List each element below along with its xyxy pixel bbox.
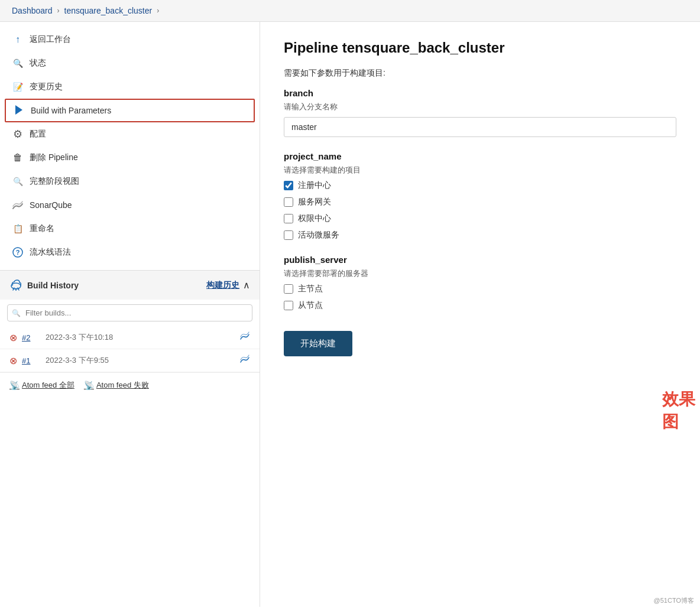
build-item[interactable]: ⊗ #1 2022-3-3 下午9:55 — [0, 349, 260, 372]
server-checkbox-item-1[interactable]: 从节点 — [284, 300, 676, 311]
checkbox-0[interactable] — [284, 181, 293, 190]
branch-hint: 请输入分支名称 — [284, 102, 676, 112]
dashboard-link[interactable]: Dashboard — [12, 6, 53, 15]
project-checkbox-group: 注册中心 服务网关 权限中心 活动微服务 — [284, 180, 676, 240]
atom-icon — [9, 381, 20, 390]
sidebar-item-rename[interactable]: 重命名 — [0, 217, 260, 240]
watermark: 效果图 — [662, 388, 700, 433]
search2-icon — [12, 176, 24, 187]
sidebar-item-build[interactable]: Build with Parameters — [5, 99, 255, 122]
arrow-up-icon — [12, 34, 24, 46]
checkbox-1[interactable] — [284, 197, 293, 207]
checkbox-3[interactable] — [284, 230, 293, 240]
edit-icon — [12, 81, 24, 93]
checkbox-item-3[interactable]: 活动微服务 — [284, 230, 676, 240]
trash-icon — [12, 152, 24, 164]
project-link[interactable]: tensquare_back_cluster — [64, 6, 153, 15]
sidebar-item-delete[interactable]: 删除 Pipeline — [0, 146, 260, 170]
description-text: 需要如下参数用于构建项目: — [284, 68, 676, 79]
gear-icon — [12, 128, 24, 140]
atom-all-link[interactable]: Atom feed 全部 — [9, 380, 74, 391]
branch-label: branch — [284, 88, 676, 98]
copyright-text: @51CTO博客 — [654, 596, 694, 605]
play-icon — [13, 105, 25, 116]
wave-icon — [239, 354, 250, 367]
publish-server-label: publish_server — [284, 255, 676, 265]
sidebar-item-stages[interactable]: 完整阶段视图 — [0, 170, 260, 193]
build-filter-wrap — [7, 304, 252, 321]
chevron-icon: ∧ — [243, 280, 250, 291]
sidebar: 返回工作台 状态 变更历史 Build with Parameters 配置 删… — [0, 22, 260, 607]
build-history-header: Build History 构建历史 ∧ — [0, 271, 260, 300]
build-history-cn-link[interactable]: 构建历史 ∧ — [206, 280, 250, 291]
branch-input[interactable] — [284, 117, 676, 137]
publish-server-hint: 请选择需要部署的服务器 — [284, 268, 676, 279]
main-content: Pipeline tensquare_back_cluster 需要如下参数用于… — [260, 22, 700, 607]
checkbox-item-2[interactable]: 权限中心 — [284, 213, 676, 224]
checkbox-2[interactable] — [284, 214, 293, 223]
sidebar-item-history[interactable]: 变更历史 — [0, 75, 260, 99]
branch-section: branch 请输入分支名称 — [284, 88, 676, 137]
help-icon: ? — [12, 246, 24, 258]
build-history-section: Build History 构建历史 ∧ ⊗ #2 2022-3-3 下午10:… — [0, 270, 260, 398]
page-title: Pipeline tensquare_back_cluster — [284, 40, 676, 56]
sidebar-item-status[interactable]: 状态 — [0, 51, 260, 75]
sonar-icon — [12, 199, 24, 211]
server-checkbox-0[interactable] — [284, 284, 293, 294]
cloud-icon — [9, 278, 22, 292]
breadcrumb-sep-1: › — [57, 6, 60, 15]
atom-icon-2 — [84, 381, 94, 390]
checkbox-item-0[interactable]: 注册中心 — [284, 180, 676, 191]
sidebar-item-syntax[interactable]: ? 流水线语法 — [0, 240, 260, 264]
search-icon — [12, 57, 24, 69]
checkbox-item-1[interactable]: 服务网关 — [284, 197, 676, 207]
build-filter-container — [7, 304, 252, 321]
atom-footer: Atom feed 全部 Atom feed 失败 — [0, 372, 260, 398]
sidebar-item-sonar[interactable]: SonarQube — [0, 193, 260, 217]
svg-text:?: ? — [16, 249, 20, 256]
server-checkbox-item-0[interactable]: 主节点 — [284, 284, 676, 294]
rename-icon — [12, 223, 24, 235]
breadcrumb: Dashboard › tensquare_back_cluster › — [0, 0, 700, 22]
project-name-label: project_name — [284, 151, 676, 161]
build-filter-input[interactable] — [7, 304, 252, 321]
submit-button[interactable]: 开始构建 — [284, 331, 352, 356]
error-icon: ⊗ — [9, 355, 17, 366]
server-checkbox-group: 主节点 从节点 — [284, 284, 676, 311]
project-name-section: project_name 请选择需要构建的项目 注册中心 服务网关 权限中心 活 — [284, 151, 676, 240]
atom-fail-link[interactable]: Atom feed 失败 — [84, 380, 149, 391]
sidebar-item-back[interactable]: 返回工作台 — [0, 28, 260, 51]
build-item[interactable]: ⊗ #2 2022-3-3 下午10:18 — [0, 326, 260, 349]
sidebar-item-config[interactable]: 配置 — [0, 122, 260, 146]
build-list: ⊗ #2 2022-3-3 下午10:18 ⊗ #1 2022-3-3 下午9:… — [0, 326, 260, 372]
error-icon: ⊗ — [9, 332, 17, 343]
breadcrumb-sep-2: › — [157, 6, 159, 15]
project-name-hint: 请选择需要构建的项目 — [284, 165, 676, 176]
wave-icon — [239, 331, 250, 344]
server-checkbox-1[interactable] — [284, 301, 293, 310]
build-history-title: Build History — [9, 278, 79, 292]
publish-server-section: publish_server 请选择需要部署的服务器 主节点 从节点 — [284, 255, 676, 311]
